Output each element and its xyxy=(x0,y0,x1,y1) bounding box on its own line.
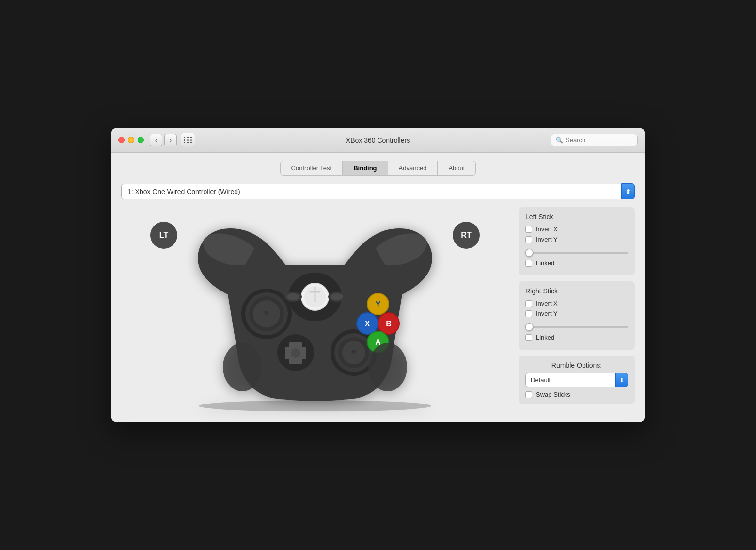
left-stick-invert-y-row: Invert Y xyxy=(525,236,628,243)
right-stick-linked-checkbox[interactable] xyxy=(525,334,532,341)
left-stick-title: Left Stick xyxy=(525,213,628,221)
left-stick-invert-x-row: Invert X xyxy=(525,226,628,233)
controller-visual-area: LT RT xyxy=(121,207,509,411)
right-stick-title: Right Stick xyxy=(525,287,628,295)
forward-button[interactable]: › xyxy=(164,134,177,146)
controller-image: Y X B A xyxy=(170,207,460,411)
right-stick-invert-y-row: Invert Y xyxy=(525,310,628,317)
tab-bar: Controller Test Binding Advanced About xyxy=(121,161,635,176)
svg-text:X: X xyxy=(365,320,370,328)
right-stick-invert-y-label[interactable]: Invert Y xyxy=(536,310,558,317)
right-stick-linked-row: Linked xyxy=(525,334,628,341)
right-panel: Left Stick Invert X Invert Y xyxy=(519,207,635,411)
chevron-updown-icon: ⬍ xyxy=(619,377,624,384)
tab-binding[interactable]: Binding xyxy=(343,161,388,176)
swap-sticks-checkbox[interactable] xyxy=(525,391,532,398)
right-stick-linked-label[interactable]: Linked xyxy=(536,334,554,341)
left-stick-slider[interactable] xyxy=(525,252,628,254)
app-window: ‹ › XBox 360 Controllers 🔍 Controller Te… xyxy=(111,128,645,422)
forward-icon: › xyxy=(170,137,172,144)
nav-buttons: ‹ › xyxy=(150,134,177,146)
controller-dropdown-arrow[interactable]: ⬍ xyxy=(621,183,635,199)
svg-point-8 xyxy=(265,311,268,315)
lt-label: LT xyxy=(159,231,168,240)
left-stick-linked-label[interactable]: Linked xyxy=(536,259,554,267)
svg-text:Y: Y xyxy=(376,300,381,308)
swap-sticks-row: Swap Sticks xyxy=(525,391,570,398)
content-area: Controller Test Binding Advanced About 1… xyxy=(111,153,645,422)
svg-point-31 xyxy=(368,343,407,391)
tab-about[interactable]: About xyxy=(438,161,476,176)
left-stick-linked-row: Linked xyxy=(525,259,628,267)
svg-point-13 xyxy=(352,350,356,354)
back-button[interactable]: ‹ xyxy=(150,134,162,146)
main-area: LT RT xyxy=(121,207,635,411)
minimize-button[interactable] xyxy=(128,137,134,143)
left-stick-invert-x-label[interactable]: Invert X xyxy=(536,226,558,233)
close-button[interactable] xyxy=(118,137,125,143)
grid-view-button[interactable] xyxy=(181,133,195,147)
left-stick-invert-y-label[interactable]: Invert Y xyxy=(536,236,558,243)
grid-icon xyxy=(184,137,193,143)
rumble-title: Rumble Options: xyxy=(525,361,628,369)
search-input[interactable] xyxy=(566,136,632,144)
svg-point-17 xyxy=(291,348,300,358)
rumble-dropdown-arrow[interactable]: ⬍ xyxy=(615,373,628,387)
svg-point-30 xyxy=(223,343,262,391)
rumble-select[interactable]: Default None Low High xyxy=(525,373,615,387)
rumble-dropdown-row: Default None Low High ⬍ xyxy=(525,373,628,387)
titlebar: ‹ › XBox 360 Controllers 🔍 xyxy=(111,128,645,153)
right-stick-slider[interactable] xyxy=(525,326,628,328)
swap-sticks-label[interactable]: Swap Sticks xyxy=(536,391,570,398)
left-stick-invert-y-checkbox[interactable] xyxy=(525,236,532,243)
right-stick-section: Right Stick Invert X Invert Y xyxy=(519,281,635,350)
left-stick-section: Left Stick Invert X Invert Y xyxy=(519,207,635,275)
right-stick-invert-x-label[interactable]: Invert X xyxy=(536,300,558,307)
left-stick-slider-row xyxy=(525,247,628,256)
right-stick-invert-y-checkbox[interactable] xyxy=(525,310,532,317)
left-stick-linked-checkbox[interactable] xyxy=(525,260,532,267)
chevron-updown-icon: ⬍ xyxy=(625,188,631,195)
controller-selector: 1: Xbox One Wired Controller (Wired) ⬍ xyxy=(121,183,635,199)
svg-text:B: B xyxy=(386,320,392,328)
window-title: XBox 360 Controllers xyxy=(346,136,410,144)
rt-label: RT xyxy=(461,231,471,240)
tab-advanced[interactable]: Advanced xyxy=(388,161,438,176)
maximize-button[interactable] xyxy=(138,137,144,143)
search-icon: 🔍 xyxy=(556,137,563,144)
right-stick-slider-row xyxy=(525,321,628,330)
svg-point-29 xyxy=(331,293,343,300)
rumble-section: Rumble Options: Default None Low High ⬍ xyxy=(519,356,635,404)
right-stick-invert-x-row: Invert X xyxy=(525,300,628,307)
search-box[interactable]: 🔍 xyxy=(551,134,638,146)
svg-point-0 xyxy=(199,400,431,411)
svg-point-27 xyxy=(287,293,299,300)
back-icon: ‹ xyxy=(155,137,157,144)
controller-dropdown[interactable]: 1: Xbox One Wired Controller (Wired) xyxy=(121,184,621,199)
left-stick-invert-x-checkbox[interactable] xyxy=(525,226,532,233)
right-stick-invert-x-checkbox[interactable] xyxy=(525,300,532,307)
traffic-lights xyxy=(118,137,144,143)
tab-controller-test[interactable]: Controller Test xyxy=(280,161,343,176)
